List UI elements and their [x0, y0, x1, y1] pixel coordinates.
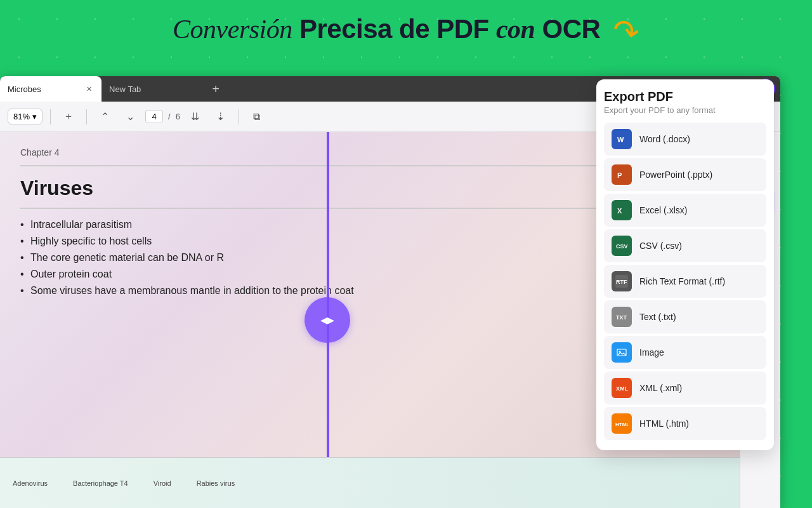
nav-arrows-icon: ◂▸: [320, 312, 334, 328]
export-rtf-button[interactable]: RTF Rich Text Format (.rtf): [604, 265, 766, 298]
svg-text:X: X: [617, 207, 622, 215]
svg-text:RTF: RTF: [616, 279, 627, 285]
banner-part1: Conversión: [173, 15, 292, 44]
virus-label-1: Adenovirus: [13, 479, 48, 487]
last-page-button[interactable]: ⇣: [211, 107, 231, 127]
export-html-label: HTML (.htm): [639, 418, 689, 429]
excel-icon: X: [612, 200, 632, 220]
export-html-button[interactable]: HTML HTML (.htm): [604, 407, 766, 440]
export-rtf-label: Rich Text Format (.rtf): [639, 276, 725, 286]
svg-text:W: W: [617, 136, 624, 144]
prev-page-button[interactable]: ⌃: [95, 107, 115, 127]
banner: Conversión Precisa de PDF con OCR ↷: [0, 13, 812, 51]
next-page-button[interactable]: ⌄: [120, 107, 140, 127]
first-page-button[interactable]: ⇊: [185, 107, 206, 127]
svg-text:TXT: TXT: [616, 314, 627, 321]
zoom-chevron-icon: ▾: [32, 112, 37, 121]
banner-part4: OCR: [535, 14, 600, 44]
page-total: 6: [176, 112, 180, 121]
export-csv-button[interactable]: CSV CSV (.csv): [604, 229, 766, 262]
toolbar-separator-1: [50, 109, 51, 124]
page-nav-button[interactable]: ◂▸: [304, 297, 350, 343]
virus-label-3: Viroid: [154, 479, 171, 487]
image-icon: [612, 342, 632, 363]
fit-page-button[interactable]: ⧉: [247, 107, 267, 127]
banner-part2: Precisa de PDF: [292, 14, 496, 44]
tab-microbes[interactable]: Microbes ✕: [0, 76, 102, 102]
export-image-button[interactable]: Image: [604, 336, 766, 369]
zoom-value: 81%: [13, 112, 30, 121]
export-word-button[interactable]: W Word (.docx): [604, 123, 766, 156]
csv-icon: CSV: [612, 236, 632, 256]
banner-part3: con: [496, 15, 535, 44]
export-dropdown-subtitle: Export your PDF to any format: [604, 105, 766, 115]
tab-close-microbes[interactable]: ✕: [84, 84, 94, 94]
zoom-selector[interactable]: 81% ▾: [8, 109, 43, 124]
txt-icon: TXT: [612, 307, 632, 327]
export-txt-button[interactable]: TXT Text (.txt): [604, 300, 766, 333]
virus-images-row: Adenovirus Bacteriophage T4 Viroid Rabie…: [0, 457, 740, 508]
new-tab-button[interactable]: +: [206, 79, 226, 99]
arrow-decoration: ↷: [610, 11, 643, 53]
zoom-in-button[interactable]: ＋: [58, 107, 79, 127]
svg-text:CSV: CSV: [616, 243, 628, 250]
export-excel-label: Excel (.xlsx): [639, 205, 687, 215]
export-ppt-label: PowerPoint (.pptx): [639, 170, 712, 180]
export-dropdown-title: Export PDF: [604, 90, 766, 104]
export-ppt-button[interactable]: P PowerPoint (.pptx): [604, 158, 766, 191]
page-separator: /: [168, 112, 171, 121]
toolbar-separator-3: [239, 109, 239, 124]
toolbar-separator-2: [86, 109, 87, 124]
svg-text:HTML: HTML: [615, 422, 628, 427]
rtf-icon: RTF: [612, 271, 632, 291]
export-pdf-dropdown: Export PDF Export your PDF to any format…: [596, 79, 774, 450]
export-csv-label: CSV (.csv): [639, 241, 682, 251]
virus-label-4: Rabies virus: [197, 479, 235, 487]
export-txt-label: Text (.txt): [639, 312, 676, 322]
export-image-label: Image: [639, 347, 664, 358]
export-xml-label: XML (.xml): [639, 383, 682, 393]
page-number-input[interactable]: [145, 110, 163, 123]
word-icon: W: [612, 129, 632, 149]
svg-text:P: P: [617, 171, 622, 179]
html-icon: HTML: [612, 413, 632, 434]
svg-text:XML: XML: [616, 385, 628, 392]
virus-label-2: Bacteriophage T4: [73, 479, 128, 487]
export-excel-button[interactable]: X Excel (.xlsx): [604, 194, 766, 227]
xml-icon: XML: [612, 378, 632, 398]
tab-newtab[interactable]: New Tab: [102, 76, 203, 102]
export-xml-button[interactable]: XML XML (.xml): [604, 371, 766, 404]
ppt-icon: P: [612, 164, 632, 185]
export-word-label: Word (.docx): [639, 134, 690, 144]
